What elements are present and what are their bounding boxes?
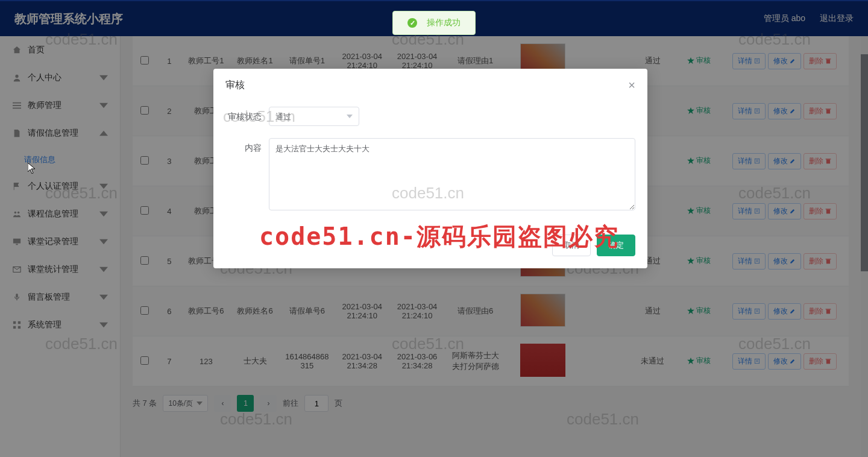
content-label: 内容 [225, 138, 269, 157]
audit-modal: 审核 × 审核状态 通过 内容 是大法官士大夫士大夫十大 取消 确定 [213, 69, 647, 268]
status-label: 审核状态 [225, 107, 269, 126]
modal-title: 审核 [225, 79, 245, 92]
modal-close-button[interactable]: × [628, 78, 635, 92]
status-select[interactable]: 通过 [269, 107, 359, 126]
confirm-button[interactable]: 确定 [597, 235, 635, 256]
success-toast: 操作成功 [392, 11, 476, 35]
cursor-icon [28, 163, 36, 174]
cancel-button[interactable]: 取消 [552, 235, 591, 256]
content-textarea[interactable]: 是大法官士大夫士大夫十大 [269, 138, 635, 210]
